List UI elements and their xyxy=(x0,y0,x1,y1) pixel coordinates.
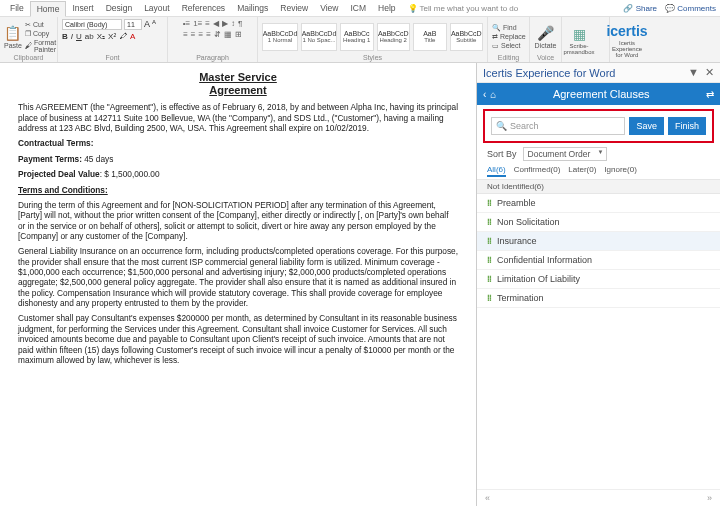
grow-font-icon[interactable]: A xyxy=(144,19,150,30)
ribbon: 📋Paste ✂ Cut ❐ Copy 🖌 Format Painter Cli… xyxy=(0,17,720,63)
group-font-label: Font xyxy=(62,54,163,61)
tab-home[interactable]: Home xyxy=(30,1,67,17)
drag-handle-icon[interactable]: ⁞⁞ xyxy=(487,293,491,303)
replace-button[interactable]: ⇄ Replace xyxy=(492,33,526,41)
filter-ignore[interactable]: Ignore(0) xyxy=(604,165,636,177)
pane-next-icon[interactable]: » xyxy=(707,493,712,503)
group-paragraph-label: Paragraph xyxy=(172,54,253,61)
filter-all[interactable]: All(6) xyxy=(487,165,506,177)
justify-button[interactable]: ≡ xyxy=(206,30,211,39)
clause-insurance[interactable]: ⁞⁞Insurance xyxy=(477,232,720,251)
back-icon[interactable]: ‹ xyxy=(483,89,486,100)
clause-non-solicitation[interactable]: ⁞⁞Non Solicitation xyxy=(477,213,720,232)
clause-limitation-of-liability[interactable]: ⁞⁞Limitation Of Liability xyxy=(477,270,720,289)
doc-paragraph: This AGREEMENT (the "Agreement"), is eff… xyxy=(18,102,458,133)
italic-button[interactable]: I xyxy=(71,32,73,41)
sort-by-select[interactable]: Document Order xyxy=(523,147,608,161)
filter-confirmed[interactable]: Confirmed(0) xyxy=(514,165,561,177)
superscript-button[interactable]: X² xyxy=(108,32,116,41)
sync-icon[interactable]: ⇄ xyxy=(706,89,714,100)
style-heading-2[interactable]: AaBbCcDHeading 2 xyxy=(377,23,411,51)
filter-later[interactable]: Later(0) xyxy=(568,165,596,177)
tell-me-search[interactable]: Tell me what you want to do xyxy=(408,4,519,13)
style-heading-1[interactable]: AaBbCcHeading 1 xyxy=(340,23,374,51)
group-editing-label: Editing xyxy=(492,54,525,61)
doc-heading-tc: Terms and Conditions: xyxy=(18,185,458,195)
pane-bar-title: Agreement Clauses xyxy=(496,88,706,100)
style-subtitle[interactable]: AaBbCcDSubtitle xyxy=(450,23,484,51)
style-1-normal[interactable]: AaBbCcDd1 Normal xyxy=(262,23,298,51)
align-center-button[interactable]: ≡ xyxy=(191,30,196,39)
drag-handle-icon[interactable]: ⁞⁞ xyxy=(487,236,491,246)
style-title[interactable]: AaBTitle xyxy=(413,23,447,51)
drag-handle-icon[interactable]: ⁞⁞ xyxy=(487,198,491,208)
showmarks-button[interactable]: ¶ xyxy=(238,19,242,28)
pane-close-icon[interactable]: ✕ xyxy=(705,66,714,79)
font-family-select[interactable]: Calibri (Body) xyxy=(62,19,122,30)
clause-preamble[interactable]: ⁞⁞Preamble xyxy=(477,194,720,213)
save-button[interactable]: Save xyxy=(629,117,664,135)
icertis-addin-button[interactable]: icertisIcertis Experience for Word xyxy=(614,23,640,58)
tab-insert[interactable]: Insert xyxy=(66,1,99,15)
indent-button[interactable]: ▶ xyxy=(222,19,228,28)
select-button[interactable]: ▭ Select xyxy=(492,42,526,50)
comments-button[interactable]: 💬 Comments xyxy=(665,4,716,13)
outdent-button[interactable]: ◀ xyxy=(213,19,219,28)
tab-icm[interactable]: ICM xyxy=(344,1,372,15)
tab-help[interactable]: Help xyxy=(372,1,401,15)
tab-file[interactable]: File xyxy=(4,1,30,15)
bullets-button[interactable]: •≡ xyxy=(183,19,190,28)
search-input[interactable]: Search xyxy=(491,117,625,135)
tab-layout[interactable]: Layout xyxy=(138,1,176,15)
shrink-font-icon[interactable]: A xyxy=(152,19,156,30)
strike-button[interactable]: ab xyxy=(85,32,94,41)
tab-view[interactable]: View xyxy=(314,1,344,15)
align-right-button[interactable]: ≡ xyxy=(199,30,204,39)
clause-confidential-information[interactable]: ⁞⁞Confidential Information xyxy=(477,251,720,270)
subscript-button[interactable]: X₂ xyxy=(97,32,105,41)
bold-button[interactable]: B xyxy=(62,32,68,41)
dictate-button[interactable]: 🎤Dictate xyxy=(534,25,557,49)
font-color-button[interactable]: A xyxy=(130,32,135,41)
drag-handle-icon[interactable]: ⁞⁞ xyxy=(487,217,491,227)
doc-paragraph: Customer shall pay Consultant's expenses… xyxy=(18,313,458,365)
document-body[interactable]: Master ServiceAgreement This AGREEMENT (… xyxy=(0,63,476,506)
group-voice-label: Voice xyxy=(534,54,557,61)
doc-payment-terms: Payment Terms: 45 days xyxy=(18,154,458,164)
pane-dropdown-icon[interactable]: ▼ xyxy=(688,66,699,79)
share-button[interactable]: 🔗 Share xyxy=(623,4,657,13)
clause-termination[interactable]: ⁞⁞Termination xyxy=(477,289,720,308)
shading-button[interactable]: ▦ xyxy=(224,30,232,39)
drag-handle-icon[interactable]: ⁞⁞ xyxy=(487,255,491,265)
format-painter-button[interactable]: 🖌 Format Painter xyxy=(25,39,56,53)
font-size-select[interactable]: 11 xyxy=(124,19,142,30)
line-spacing-button[interactable]: ⇵ xyxy=(214,30,221,39)
icertis-task-pane: Icertis Experience for Word ▼✕ ‹⌂ Agreem… xyxy=(476,63,720,506)
scribe-addin-button[interactable]: ▦Scribe-pmsandbox xyxy=(566,26,592,55)
finish-button[interactable]: Finish xyxy=(668,117,706,135)
doc-title: Master ServiceAgreement xyxy=(18,71,458,97)
style-1-no-spac-[interactable]: AaBbCcDd1 No Spac... xyxy=(301,23,337,51)
pane-title: Icertis Experience for Word xyxy=(483,67,615,79)
group-clipboard-label: Clipboard xyxy=(4,54,53,61)
tab-review[interactable]: Review xyxy=(274,1,314,15)
drag-handle-icon[interactable]: ⁞⁞ xyxy=(487,274,491,284)
tab-mailings[interactable]: Mailings xyxy=(231,1,274,15)
highlight-button[interactable]: 🖍 xyxy=(119,32,127,41)
tab-references[interactable]: References xyxy=(176,1,231,15)
copy-button[interactable]: ❐ Copy xyxy=(25,30,56,38)
tab-design[interactable]: Design xyxy=(100,1,138,15)
paste-button[interactable]: 📋Paste xyxy=(4,25,22,49)
align-left-button[interactable]: ≡ xyxy=(183,30,188,39)
sort-button[interactable]: ↕ xyxy=(231,19,235,28)
multilevel-button[interactable]: ≡ xyxy=(205,19,210,28)
pane-prev-icon[interactable]: « xyxy=(485,493,490,503)
borders-button[interactable]: ⊞ xyxy=(235,30,242,39)
group-styles-label: Styles xyxy=(262,54,483,61)
not-identified-row[interactable]: Not Identified(6) xyxy=(477,180,720,194)
numbering-button[interactable]: 1≡ xyxy=(193,19,202,28)
doc-deal-value: Projected Deal Value: $ 1,500,000.00 xyxy=(18,169,458,179)
cut-button[interactable]: ✂ Cut xyxy=(25,21,56,29)
find-button[interactable]: 🔍 Find xyxy=(492,24,526,32)
underline-button[interactable]: U xyxy=(76,32,82,41)
